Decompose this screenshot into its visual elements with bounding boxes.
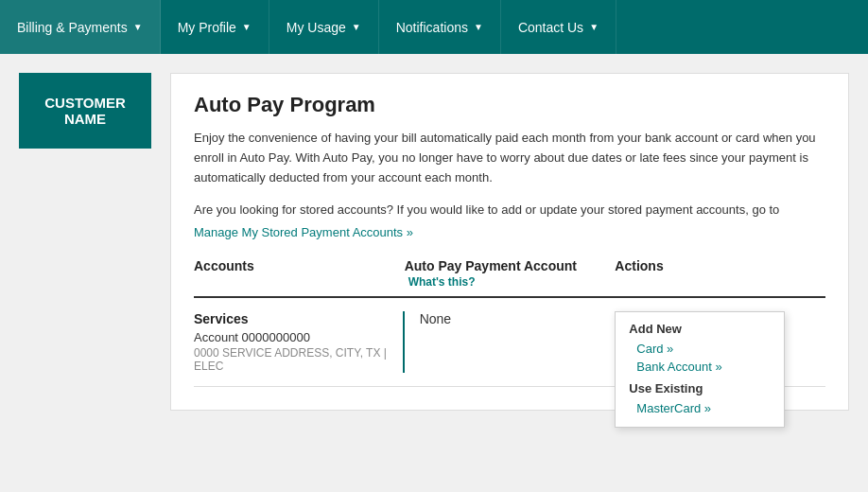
autopay-dropdown: Add New Card » Bank Account » Use Existi… [615, 311, 785, 428]
services-label: Services [194, 311, 391, 326]
autopay-column: None [405, 311, 616, 326]
actions-header: Actions [615, 258, 825, 289]
accounts-header: Accounts [194, 258, 405, 289]
nav-billing-payments[interactable]: Billing & Payments ▼ [0, 0, 161, 54]
autopay-value: None [420, 311, 451, 326]
table-row: Services Account 0000000000 0000 SERVICE… [194, 298, 825, 387]
stored-accounts-text: Are you looking for stored accounts? If … [194, 201, 825, 220]
actions-column: Sign Up For Auto Pay » Add New Card » Ba… [615, 311, 825, 326]
nav-billing-payments-chevron: ▼ [133, 22, 143, 32]
nav-my-usage-label: My Usage [286, 20, 346, 35]
nav-my-profile-label: My Profile [178, 20, 236, 35]
intro-text: Enjoy the convenience of having your bil… [194, 129, 825, 187]
service-address: 0000 SERVICE ADDRESS, CITY, TX | ELEC [194, 346, 391, 373]
table-header: Accounts Auto Pay Payment Account What's… [194, 258, 825, 298]
nav-notifications-label: Notifications [396, 20, 468, 35]
nav-notifications-chevron: ▼ [474, 22, 483, 32]
autopay-header: Auto Pay Payment Account What's this? [405, 258, 616, 289]
nav-my-profile[interactable]: My Profile ▼ [161, 0, 269, 54]
content-area: CUSTOMER NAME Auto Pay Program Enjoy the… [19, 73, 849, 411]
nav-my-usage-chevron: ▼ [352, 22, 361, 32]
manage-stored-accounts-link[interactable]: Manage My Stored Payment Accounts » [194, 225, 413, 239]
add-new-label: Add New [629, 322, 771, 336]
nav-billing-payments-label: Billing & Payments [17, 20, 128, 35]
account-number: Account 0000000000 [194, 330, 391, 344]
bank-account-link[interactable]: Bank Account » [629, 358, 771, 376]
page-content: Auto Pay Program Enjoy the convenience o… [170, 73, 849, 411]
customer-box: CUSTOMER NAME [19, 73, 151, 149]
mastercard-link[interactable]: MasterCard » [629, 399, 771, 417]
account-column: Services Account 0000000000 0000 SERVICE… [194, 311, 405, 373]
whats-this-link[interactable]: What's this? [408, 275, 476, 289]
customer-name-label: CUSTOMER NAME [32, 95, 138, 127]
nav-contact-us-label: Contact Us [518, 20, 583, 35]
use-existing-label: Use Existing [629, 381, 771, 395]
nav-contact-us[interactable]: Contact Us ▼ [501, 0, 616, 54]
nav-my-usage[interactable]: My Usage ▼ [269, 0, 379, 54]
main-wrapper: CUSTOMER NAME Auto Pay Program Enjoy the… [0, 54, 868, 430]
main-nav: Billing & Payments ▼ My Profile ▼ My Usa… [0, 0, 868, 54]
nav-my-profile-chevron: ▼ [242, 22, 252, 32]
page-title: Auto Pay Program [194, 93, 825, 117]
card-link[interactable]: Card » [629, 340, 771, 358]
nav-notifications[interactable]: Notifications ▼ [379, 0, 501, 54]
nav-contact-us-chevron: ▼ [589, 22, 599, 32]
table-section: Accounts Auto Pay Payment Account What's… [194, 258, 825, 387]
